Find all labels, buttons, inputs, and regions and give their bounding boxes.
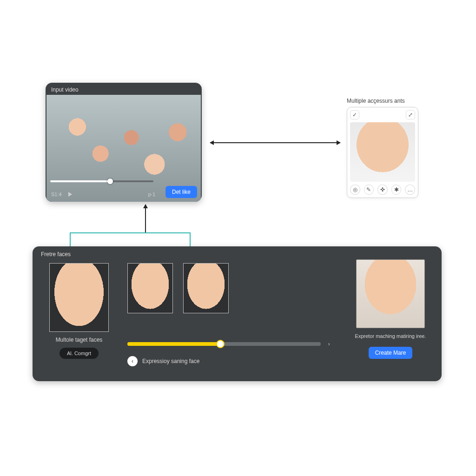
- check-icon[interactable]: ✓: [350, 110, 359, 119]
- target-face-primary[interactable]: [49, 263, 109, 332]
- input-video-panel: Input video S1:4 p·1 Det like: [46, 83, 202, 202]
- compare-button[interactable]: Al. Comgrt: [60, 348, 99, 359]
- result-column: Expretor maching matiring iree. Create M…: [349, 259, 432, 375]
- expression-slider[interactable]: ›: [127, 342, 321, 346]
- connector-line: [190, 232, 191, 246]
- accessory-card: ✓ ⤢ ◎ ✎ ✜ ✱ …: [347, 107, 418, 198]
- result-face-preview[interactable]: [356, 259, 425, 328]
- connector-line: [70, 232, 191, 233]
- gear-icon[interactable]: ✱: [391, 185, 402, 195]
- chevron-left-icon[interactable]: ‹: [127, 356, 138, 366]
- result-caption: Expretor maching matiring iree.: [355, 333, 426, 339]
- mic-icon[interactable]: ✜: [377, 185, 388, 195]
- expression-column: › ‹ Expressioy saning face: [127, 263, 337, 375]
- connector-line: [70, 232, 71, 246]
- video-pager: p·1: [148, 192, 155, 197]
- accessory-face-preview[interactable]: [350, 122, 415, 182]
- video-timecode: S1:4: [51, 192, 62, 197]
- video-play-controls: S1:4 p·1: [51, 192, 155, 197]
- accessory-title: Multiple acçessurs ants: [347, 98, 426, 104]
- faces-panel: Fretre faces Multole taget faces Al. Com…: [33, 246, 442, 381]
- create-more-button[interactable]: Create Mare: [369, 347, 413, 359]
- link-arrow-horizontal: [210, 142, 340, 143]
- link-arrow-vertical: [145, 205, 146, 232]
- ring-icon[interactable]: ◎: [350, 185, 360, 195]
- target-face-column: Multole taget faces Al. Comgrt: [42, 263, 116, 375]
- accessory-panel: Multiple acçessurs ants ✓ ⤢ ◎ ✎ ✜ ✱ …: [347, 98, 426, 198]
- target-faces-label: Multole taget faces: [56, 337, 103, 343]
- expand-icon[interactable]: ⤢: [406, 110, 415, 119]
- video-panel-title: Input video: [46, 83, 202, 95]
- expression-label: Expressioy saning face: [142, 358, 199, 364]
- candidate-face[interactable]: [183, 263, 229, 313]
- crop-icon[interactable]: ✎: [364, 185, 374, 195]
- chevron-right-icon[interactable]: ›: [328, 341, 330, 347]
- more-icon[interactable]: …: [405, 185, 415, 195]
- video-seekbar[interactable]: [50, 180, 155, 182]
- detect-button[interactable]: Det like: [165, 186, 197, 198]
- play-icon[interactable]: [68, 192, 72, 197]
- faces-panel-title: Fretre faces: [41, 251, 71, 258]
- candidate-face[interactable]: [127, 263, 173, 313]
